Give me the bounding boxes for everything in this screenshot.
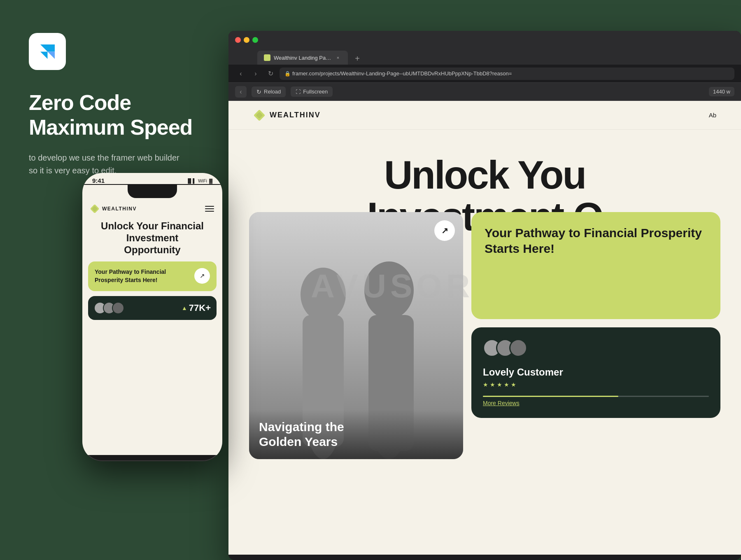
- wifi-icon: WiFi: [198, 178, 207, 183]
- star-4: ★: [504, 381, 509, 388]
- phone-dynamic-island: [128, 185, 177, 198]
- browser-toolbar: ‹ ↻ Reload ⛶ Fullscreen 1440 w: [228, 83, 741, 101]
- site-logo-text: WEALTHINV: [270, 111, 321, 119]
- close-traffic-light[interactable]: [235, 37, 241, 43]
- dark-card-progress-bar: [483, 396, 709, 397]
- fullscreen-icon: ⛶: [296, 89, 301, 95]
- url-text: framer.com/projects/Wealthinv-Landing-Pa…: [292, 70, 512, 77]
- green-pathway-card: Your Pathway to Financial Prosperity Sta…: [471, 212, 720, 319]
- star-rating: ★ ★ ★ ★ ★: [483, 381, 709, 388]
- phone-hero-title: Unlock Your Financial Investment Opportu…: [82, 217, 222, 261]
- phone-mockup: 9:41 ▐▌▌ WiFi ▓ WEALTHINV: [82, 173, 222, 461]
- progress-fill: [483, 396, 618, 397]
- star-3: ★: [497, 381, 502, 388]
- site-logo-diamond: [253, 109, 266, 121]
- reload-button[interactable]: ↻: [265, 68, 276, 79]
- phone-green-card: Your Pathway to Financial Prosperity Sta…: [88, 261, 217, 291]
- phone-green-card-text: Your Pathway to Financial Prosperity Sta…: [95, 268, 190, 284]
- couple-card-label: Navigating the Golden Years: [259, 420, 453, 449]
- left-headline: Zero Code Maximum Speed: [29, 91, 202, 140]
- traffic-lights: [235, 37, 258, 43]
- phone-content: WEALTHINV Unlock Your Financial Investme…: [82, 201, 222, 455]
- fullscreen-label: Fullscreen: [303, 89, 328, 95]
- framer-logo-icon: [36, 40, 59, 63]
- phone-dark-avatars: [94, 302, 124, 314]
- dark-review-card: Lovely Customer ★ ★ ★ ★ ★ More Reviews: [471, 327, 720, 418]
- stat-arrow-icon: ▲: [182, 305, 187, 311]
- hamburger-line-3: [205, 211, 214, 212]
- toolbar-back-button[interactable]: ‹: [235, 86, 247, 98]
- maximize-traffic-light[interactable]: [252, 37, 258, 43]
- phone-logo-text: WEALTHINV: [102, 206, 137, 212]
- star-5: ★: [511, 381, 516, 388]
- browser-window: Wealthinv Landing Page – Fra… × + ‹ › ↻ …: [228, 31, 741, 560]
- phone-status-area: 9:41 ▐▌▌ WiFi ▓: [82, 173, 222, 184]
- active-tab[interactable]: Wealthinv Landing Page – Fra… ×: [257, 51, 348, 65]
- svg-point-3: [301, 268, 346, 321]
- address-bar-input[interactable]: 🔒 framer.com/projects/Wealthinv-Landing-…: [280, 68, 734, 80]
- avatar-3: [509, 339, 527, 357]
- forward-button[interactable]: ›: [250, 68, 261, 79]
- fullscreen-toolbar-button[interactable]: ⛶ Fullscreen: [291, 86, 333, 97]
- phone-time: 9:41: [92, 177, 105, 184]
- reload-label: Reload: [264, 89, 281, 95]
- phone-green-card-arrow[interactable]: ↗: [194, 268, 210, 284]
- phone-hamburger-menu[interactable]: [205, 206, 214, 212]
- new-tab-button[interactable]: +: [351, 52, 364, 65]
- green-card-title: Your Pathway to Financial Prosperity Sta…: [485, 225, 707, 256]
- viewport-badge: 1440 w: [709, 87, 734, 96]
- browser-address-bar: ‹ › ↻ 🔒 framer.com/projects/Wealthinv-La…: [228, 65, 741, 83]
- right-cards-column: Your Pathway to Financial Prosperity Sta…: [471, 212, 720, 459]
- phone-stat-display: ▲ 77K+: [182, 303, 211, 313]
- card-arrow-button[interactable]: ↗: [434, 220, 455, 241]
- review-avatars: [483, 339, 709, 357]
- phone-nav: WEALTHINV: [82, 201, 222, 217]
- cards-section: ↗ Navigating the Golden Years Your Pathw…: [228, 212, 741, 459]
- tab-strip: Wealthinv Landing Page – Fra… × +: [228, 49, 741, 65]
- tab-favicon: [264, 54, 270, 61]
- phone-logo: WEALTHINV: [91, 205, 137, 213]
- browser-tab-bar: Wealthinv Landing Page – Fra… × +: [228, 31, 741, 47]
- phone-dark-stats-card: ▲ 77K+: [88, 296, 217, 320]
- tab-close-button[interactable]: ×: [335, 54, 341, 61]
- phone-stat-value: 77K+: [189, 303, 211, 313]
- signal-icon: ▐▌▌: [186, 178, 196, 183]
- phone-status-icons: ▐▌▌ WiFi ▓: [186, 178, 212, 183]
- more-reviews-link[interactable]: More Reviews: [483, 400, 709, 406]
- phone-avatar-3: [112, 302, 124, 314]
- couple-card: ↗ Navigating the Golden Years: [249, 212, 463, 459]
- lock-icon: 🔒: [284, 71, 291, 77]
- site-logo: WEALTHINV: [253, 109, 321, 121]
- minimize-traffic-light[interactable]: [244, 37, 249, 43]
- tab-title: Wealthinv Landing Page – Fra…: [274, 55, 331, 61]
- reload-toolbar-button[interactable]: ↻ Reload: [252, 86, 286, 97]
- site-nav-right: Ab: [709, 112, 716, 119]
- svg-point-6: [364, 261, 414, 319]
- phone-notch-container: [82, 185, 222, 201]
- battery-icon: ▓: [209, 178, 212, 183]
- hamburger-line-2: [205, 208, 214, 209]
- star-2: ★: [490, 381, 495, 388]
- back-button[interactable]: ‹: [235, 68, 247, 79]
- hero-line1: Unlock You: [253, 154, 716, 196]
- star-1: ★: [483, 381, 488, 388]
- site-nav: WEALTHINV Ab: [228, 101, 741, 130]
- phone-status-bar: 9:41 ▐▌▌ WiFi ▓: [92, 177, 212, 184]
- reviewer-name: Lovely Customer: [483, 366, 709, 378]
- reload-icon: ↻: [256, 89, 261, 95]
- hamburger-line-1: [205, 206, 214, 207]
- framer-logo: [29, 33, 66, 70]
- phone-logo-icon: [91, 205, 99, 213]
- website-content: WEALTHINV Ab Unlock You Investment O: [228, 101, 741, 555]
- couple-card-overlay: Navigating the Golden Years: [249, 410, 463, 459]
